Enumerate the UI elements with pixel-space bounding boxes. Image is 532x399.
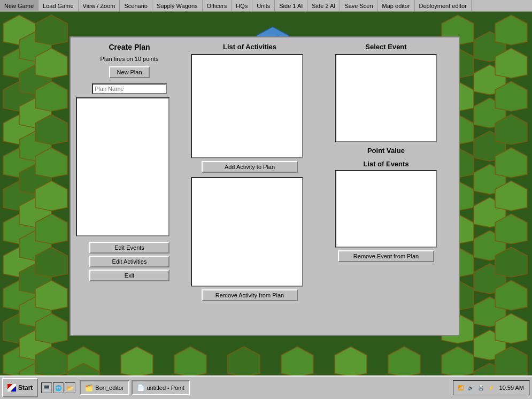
svg-marker-57: [495, 15, 527, 45]
remove-event-button[interactable]: Remove Event from Plan: [338, 250, 434, 262]
menu-scenario[interactable]: Scenario: [120, 0, 152, 11]
taskbar-app-untitled-point[interactable]: 📄 untitled - Point: [132, 380, 190, 395]
tray-icon-4: ⚡: [487, 383, 496, 392]
left-panel: Create Plan Plan fires on 10 points New …: [76, 43, 183, 283]
dialog-title: Create Plan: [76, 43, 183, 51]
svg-marker-70: [121, 347, 153, 375]
svg-marker-74: [335, 347, 367, 375]
taskbar-right-area: 📶 🔊 🖨️ ⚡ 10:59 AM: [453, 380, 530, 395]
start-flag: [7, 384, 16, 392]
menu-side2-ai[interactable]: Side 2 AI: [307, 0, 340, 11]
events-list[interactable]: [335, 170, 437, 248]
quick-launch-icon-3[interactable]: 📂: [65, 382, 75, 393]
system-clock: 10:59 AM: [497, 385, 526, 391]
quick-launch-icon-1[interactable]: 🖥️: [41, 382, 52, 393]
menu-save-scen[interactable]: Save Scen: [340, 0, 377, 11]
menu-view-zoom[interactable]: View / Zoom: [79, 0, 120, 11]
activity-detail-list[interactable]: [191, 177, 303, 287]
start-button[interactable]: Start: [2, 378, 38, 397]
menu-map-editor[interactable]: Map editor: [378, 0, 415, 11]
plan-name-input[interactable]: [92, 83, 167, 94]
add-activity-button[interactable]: Add Activity to Plan: [202, 161, 298, 173]
edit-activities-button[interactable]: Edit Activities: [89, 256, 169, 267]
menu-hqs[interactable]: HQs: [232, 0, 252, 11]
remove-activity-button[interactable]: Remove Activity from Plan: [202, 289, 298, 301]
menu-units[interactable]: Units: [252, 0, 275, 11]
new-plan-button[interactable]: New Plan: [109, 66, 149, 78]
taskbar-quick-launch: 🖥️ 🌐 📂: [41, 382, 75, 393]
tray-icon-3: 🖨️: [477, 383, 485, 392]
edit-events-button[interactable]: Edit Events: [89, 242, 169, 254]
untitled-point-icon: 📄: [137, 384, 145, 392]
svg-marker-71: [174, 347, 206, 375]
system-tray: 📶 🔊 🖨️ ⚡ 10:59 AM: [453, 380, 530, 395]
menu-supply-wagons[interactable]: Supply Wagons: [152, 0, 203, 11]
menu-side1-ai[interactable]: Side 1 AI: [275, 0, 307, 11]
right-panel: Select Event Point Value List of Events …: [317, 43, 456, 265]
taskbar-app-bon-editor[interactable]: 🗂️ Bon_editor: [80, 380, 129, 395]
select-event-label: Select Event: [365, 43, 406, 51]
menu-deployment-editor[interactable]: Deployment editor: [415, 0, 472, 11]
activities-list[interactable]: [191, 54, 303, 158]
point-value-label: Point Value: [367, 147, 405, 155]
bon-editor-icon: 🗂️: [85, 384, 93, 392]
tray-icon-1: 📶: [457, 383, 465, 392]
quick-launch-icon-2[interactable]: 🌐: [53, 382, 64, 393]
list-of-events-label: List of Events: [363, 160, 408, 168]
bon-editor-label: Bon_editor: [95, 385, 124, 391]
plan-fires-label: Plan fires on 10 points: [76, 56, 183, 62]
tray-icon-2: 🔊: [467, 383, 475, 392]
menu-load-game[interactable]: Load Game: [38, 0, 78, 11]
plans-list[interactable]: [76, 97, 169, 236]
untitled-point-label: untitled - Point: [147, 385, 184, 391]
svg-marker-75: [388, 347, 420, 375]
menu-new-game[interactable]: New Game: [0, 0, 38, 11]
taskbar: Start 🖥️ 🌐 📂 🗂️ Bon_editor 📄 untitled - …: [0, 375, 532, 399]
start-label: Start: [18, 384, 33, 392]
list-of-activities-label: List of Activities: [191, 43, 309, 51]
menu-bar: New Game Load Game View / Zoom Scenario …: [0, 0, 532, 12]
create-plan-dialog: Create Plan Plan fires on 10 points New …: [70, 36, 460, 336]
svg-marker-72: [228, 347, 260, 375]
svg-marker-45: [442, 347, 474, 375]
svg-marker-73: [281, 347, 313, 375]
svg-marker-24: [35, 15, 67, 45]
middle-panel: List of Activities Add Activity to Plan …: [191, 43, 309, 304]
select-event-list[interactable]: [335, 54, 437, 142]
exit-button[interactable]: Exit: [89, 270, 169, 281]
menu-officers[interactable]: Officers: [203, 0, 232, 11]
